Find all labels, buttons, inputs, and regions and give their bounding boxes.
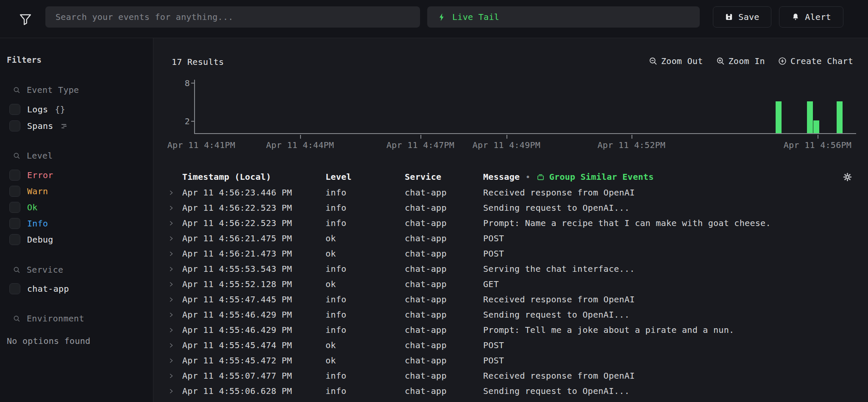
row-message: GET [483,279,868,289]
spans-checkbox[interactable] [9,120,20,131]
row-message: POST [483,248,868,259]
zoom-in-icon [716,56,725,66]
filter-option[interactable]: chat-app [9,283,69,294]
environment-group-header[interactable]: Environment [13,313,84,324]
col-header-timestamp[interactable]: Timestamp (Local) [182,172,326,182]
filter-checkbox[interactable] [9,170,20,181]
expand-chevron-icon[interactable] [168,388,182,394]
filter-funnel-button[interactable] [16,10,35,29]
row-level: ok [326,279,405,289]
filter-option[interactable]: Ok [9,202,53,213]
zoom-in-button[interactable]: Zoom In [716,56,765,66]
row-timestamp: Apr 11 4:56:22.523 PM [182,203,326,213]
filter-checkbox[interactable] [9,218,20,229]
row-level: ok [326,233,405,243]
expand-chevron-icon[interactable] [168,205,182,211]
row-service: chat-app [405,279,483,289]
filter-option[interactable]: Warn [9,186,53,197]
event-type-group-label: Event Type [27,85,79,95]
x-axis-label: Apr 11 4:44PM [266,140,334,150]
table-settings-button[interactable] [840,170,854,184]
row-message: Serving the chat interface... [483,264,868,274]
chart-bar[interactable] [776,101,782,133]
filter-checkbox[interactable] [9,202,20,213]
row-level: ok [326,355,405,366]
zoom-out-label: Zoom Out [661,56,703,66]
y-axis-label: 8 [175,78,190,88]
table-row[interactable]: Apr 11 4:55:53.543 PM info chat-app Serv… [168,261,868,276]
row-timestamp: Apr 11 4:55:07.477 PM [182,371,326,381]
level-group-header[interactable]: Level [13,151,53,161]
expand-chevron-icon[interactable] [168,190,182,196]
expand-chevron-icon[interactable] [168,235,182,242]
search-input[interactable] [55,11,411,22]
row-level: info [326,294,405,304]
col-header-service[interactable]: Service [405,172,483,182]
table-row[interactable]: Apr 11 4:55:52.128 PM ok chat-app GET [168,276,868,292]
expand-chevron-icon[interactable] [168,357,182,364]
table-row[interactable]: Apr 11 4:55:46.429 PM info chat-app Prom… [168,322,868,338]
group-similar-events-button[interactable]: Group Similar Events [536,172,654,182]
event-type-group-header[interactable]: Event Type [13,85,79,95]
chart-bar[interactable] [837,101,843,133]
events-table: Timestamp (Local) Level Service Message … [168,169,868,399]
table-row[interactable]: Apr 11 4:56:21.473 PM ok chat-app POST [168,246,868,261]
service-group-label: Service [27,265,63,275]
expand-chevron-icon[interactable] [168,251,182,257]
row-timestamp: Apr 11 4:55:53.543 PM [182,264,326,274]
table-row[interactable]: Apr 11 4:56:23.446 PM info chat-app Rece… [168,185,868,200]
table-row[interactable]: Apr 11 4:55:45.474 PM ok chat-app POST [168,338,868,353]
table-row[interactable]: Apr 11 4:55:46.429 PM info chat-app Send… [168,307,868,322]
save-button[interactable]: Save [713,6,771,28]
service-group-header[interactable]: Service [13,265,63,275]
expand-chevron-icon[interactable] [168,220,182,226]
search-box[interactable] [45,6,420,28]
col-header-level-label: Level [326,172,352,182]
zoom-out-button[interactable]: Zoom Out [648,56,703,66]
row-timestamp: Apr 11 4:55:46.429 PM [182,325,326,335]
table-row[interactable]: Apr 11 4:56:22.523 PM info chat-app Send… [168,200,868,215]
results-count: 17 Results [172,57,224,67]
row-level: info [326,325,405,335]
filter-checkbox[interactable] [9,234,20,245]
alert-label: Alert [805,12,831,22]
row-timestamp: Apr 11 4:56:21.473 PM [182,248,326,259]
filter-option[interactable]: Info [9,218,53,229]
row-message: POST [483,340,868,350]
row-message: Received response from OpenAI [483,187,868,198]
table-row[interactable]: Apr 11 4:55:07.477 PM info chat-app Rece… [168,368,868,383]
live-tail-button[interactable]: Live Tail [427,6,700,28]
table-row[interactable]: Apr 11 4:56:22.523 PM info chat-app Prom… [168,215,868,231]
col-header-level[interactable]: Level [326,172,405,182]
filter-option-spans[interactable]: Spans [9,120,68,131]
x-axis-tick [506,135,507,139]
alert-button[interactable]: Alert [779,6,843,28]
chart-actions: Zoom Out Zoom In Create Chart [648,56,853,66]
expand-chevron-icon[interactable] [168,296,182,303]
logs-checkbox[interactable] [9,104,20,115]
filter-option[interactable]: Error [9,170,53,181]
filter-option[interactable]: Debug [9,234,53,245]
filter-checkbox[interactable] [9,283,20,294]
row-service: chat-app [405,187,483,198]
expand-chevron-icon[interactable] [168,373,182,379]
expand-chevron-icon[interactable] [168,327,182,333]
expand-chevron-icon[interactable] [168,342,182,349]
table-row[interactable]: Apr 11 4:55:47.445 PM info chat-app Rece… [168,292,868,307]
chart-bar[interactable] [813,120,819,133]
x-axis-label: Apr 11 4:41PM [167,140,235,150]
expand-chevron-icon[interactable] [168,266,182,272]
table-row[interactable]: Apr 11 4:55:06.628 PM info chat-app Send… [168,383,868,399]
chart-plot[interactable]: 82 [194,80,856,134]
x-axis: Apr 11 4:41PMApr 11 4:44PMApr 11 4:47PMA… [194,135,856,152]
filter-option-logs[interactable]: Logs {} [9,104,68,115]
table-row[interactable]: Apr 11 4:55:45.472 PM ok chat-app POST [168,353,868,368]
filters-sidebar: Filters Event Type Logs {} Spans [0,38,153,402]
create-chart-button[interactable]: Create Chart [778,56,853,66]
expand-chevron-icon[interactable] [168,312,182,318]
expand-chevron-icon[interactable] [168,281,182,288]
row-message: Sending request to OpenAI... [483,203,868,213]
table-row[interactable]: Apr 11 4:56:21.475 PM ok chat-app POST [168,231,868,246]
filter-checkbox[interactable] [9,186,20,197]
chart-bar[interactable] [807,101,813,133]
